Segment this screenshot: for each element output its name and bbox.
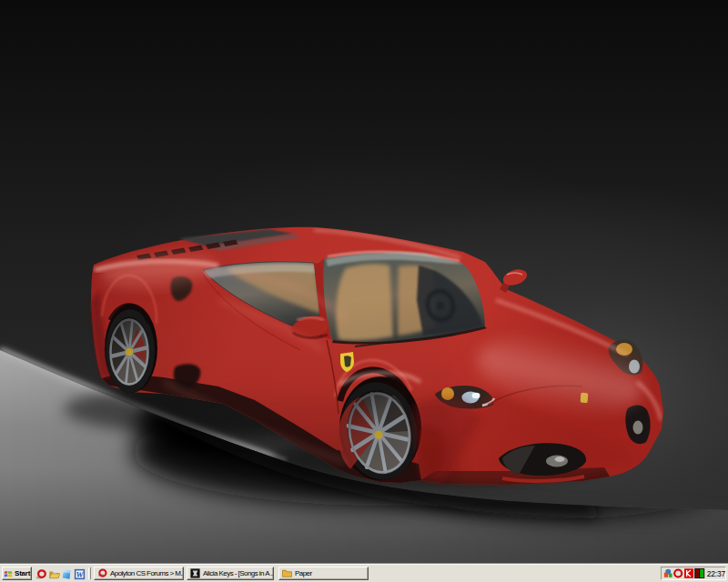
svg-text:W: W	[76, 570, 85, 579]
